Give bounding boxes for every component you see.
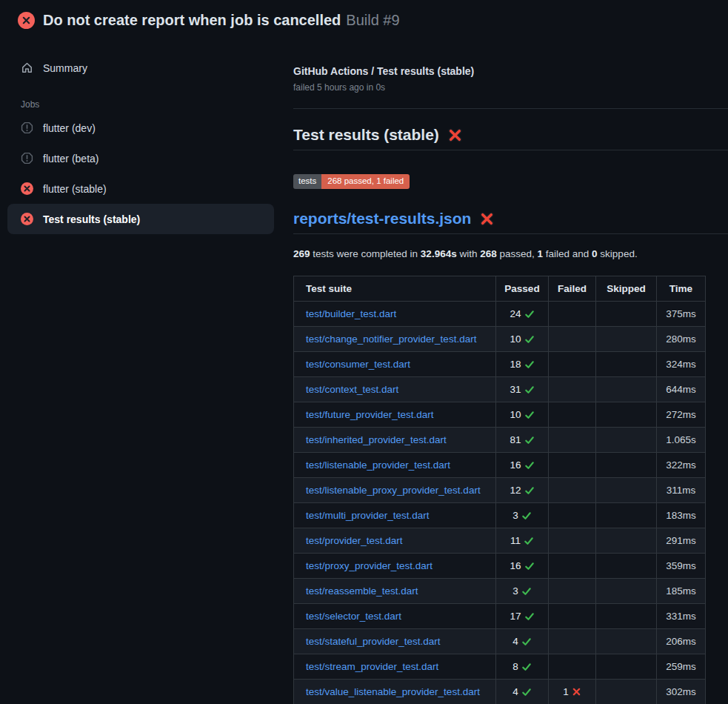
column-header-skipped: Skipped <box>596 276 657 302</box>
check-mark-icon <box>521 586 532 597</box>
time-value: 1.065s <box>666 434 696 445</box>
time-value: 375ms <box>666 308 696 319</box>
test-suite-link[interactable]: test/builder_test.dart <box>306 308 396 319</box>
test-suite-link[interactable]: test/change_notifier_provider_test.dart <box>306 333 476 345</box>
test-suite-link[interactable]: test/selector_test.dart <box>306 611 401 622</box>
badge-label: tests <box>293 174 321 189</box>
main-content: GitHub Actions / Test results (stable) f… <box>293 65 728 704</box>
sidebar-item-flutter-dev[interactable]: flutter (dev) <box>7 113 274 143</box>
test-suite-link[interactable]: test/future_provider_test.dart <box>306 409 434 420</box>
passed-count: 18 <box>510 359 521 370</box>
check-mark-icon <box>521 637 532 647</box>
check-mark-icon <box>524 611 535 622</box>
column-header-test-suite: Test suite <box>294 276 496 302</box>
table-row: test/provider_test.dart 11 291ms <box>294 528 706 554</box>
check-mark-icon <box>524 385 535 395</box>
test-suite-link[interactable]: test/proxy_provider_test.dart <box>306 560 433 571</box>
test-suite-link[interactable]: test/reassemble_test.dart <box>306 585 418 597</box>
table-row: test/stream_provider_test.dart 8 259ms <box>294 654 706 680</box>
test-suite-link[interactable]: test/stream_provider_test.dart <box>306 661 438 672</box>
passed-count: 4 <box>512 686 518 697</box>
test-suite-link[interactable]: test/context_test.dart <box>306 384 398 395</box>
title-bar: Do not create report when job is cancell… <box>0 0 728 29</box>
passed-count: 17 <box>510 611 521 622</box>
table-row: test/multi_provider_test.dart 3 183ms <box>294 503 706 528</box>
time-value: 272ms <box>666 409 696 420</box>
sidebar-jobs-label: Jobs <box>0 90 281 113</box>
report-file-link[interactable]: reports/test-results.json <box>293 208 471 229</box>
report-file-heading[interactable]: reports/test-results.json <box>293 208 728 234</box>
sidebar-item-summary[interactable]: Summary <box>7 54 274 82</box>
cross-mark-icon <box>479 211 495 227</box>
table-header: Test suitePassedFailedSkippedTime <box>294 276 706 302</box>
time-value: 331ms <box>666 611 696 622</box>
test-suite-link[interactable]: test/inherited_provider_test.dart <box>306 434 447 445</box>
time-value: 206ms <box>666 636 696 647</box>
table-row: test/future_provider_test.dart 10 272ms <box>294 402 706 428</box>
check-mark-icon <box>524 334 535 345</box>
sidebar-job-label: Test results (stable) <box>43 213 140 225</box>
sidebar-job-label: flutter (stable) <box>43 183 107 195</box>
passed-count: 12 <box>510 485 521 496</box>
sidebar: Summary Jobs flutter (dev) flutter (beta… <box>0 54 281 234</box>
section-heading: Test results (stable) <box>293 124 728 150</box>
time-value: 291ms <box>666 535 696 546</box>
table-row: test/listenable_proxy_provider_test.dart… <box>294 478 706 503</box>
passed-count: 8 <box>512 661 518 672</box>
failed-circle-icon <box>21 213 33 225</box>
time-value: 322ms <box>666 459 696 471</box>
failed-count: 1 <box>563 686 569 697</box>
test-suite-link[interactable]: test/stateful_provider_test.dart <box>306 636 441 647</box>
table-row: test/consumer_test.dart 18 324ms <box>294 352 706 377</box>
summary-sentence: 269 tests were completed in 32.964s with… <box>293 247 728 262</box>
time-value: 311ms <box>667 485 696 496</box>
failed-circle-icon <box>21 182 33 195</box>
cancelled-octagon-icon <box>21 122 33 134</box>
table-row: test/reassemble_test.dart 3 185ms <box>294 579 706 604</box>
time-value: 259ms <box>666 661 696 672</box>
check-mark-icon <box>521 511 532 521</box>
check-mark-icon <box>524 435 535 445</box>
table-row: test/context_test.dart 31 644ms <box>294 377 706 402</box>
test-suite-link[interactable]: test/provider_test.dart <box>306 535 403 546</box>
test-suite-link[interactable]: test/multi_provider_test.dart <box>306 510 430 521</box>
passed-count: 3 <box>512 510 518 521</box>
sidebar-job-label: flutter (beta) <box>43 153 98 165</box>
passed-count: 3 <box>512 585 518 597</box>
test-results-table: Test suitePassedFailedSkippedTime test/b… <box>293 276 706 704</box>
check-mark-icon <box>524 410 535 420</box>
check-run-meta: failed 5 hours ago in 0s <box>293 82 728 93</box>
test-suite-link[interactable]: test/listenable_proxy_provider_test.dart <box>306 485 481 496</box>
passed-count: 4 <box>512 636 518 647</box>
table-row: test/selector_test.dart 17 331ms <box>294 604 706 629</box>
time-value: 324ms <box>666 359 696 370</box>
sidebar-item-flutter-stable[interactable]: flutter (stable) <box>7 173 274 204</box>
check-mark-icon <box>524 460 535 471</box>
test-suite-link[interactable]: test/consumer_test.dart <box>306 359 410 370</box>
passed-count: 16 <box>510 459 521 471</box>
time-value: 183ms <box>666 510 696 521</box>
check-mark-icon <box>524 536 534 546</box>
check-mark-icon <box>521 687 532 697</box>
sidebar-item-test-results-stable[interactable]: Test results (stable) <box>7 204 274 234</box>
passed-count: 11 <box>510 535 521 546</box>
test-suite-link[interactable]: test/value_listenable_provider_test.dart <box>306 686 480 697</box>
table-row: test/stateful_provider_test.dart 4 206ms <box>294 629 706 654</box>
table-row: test/builder_test.dart 24 375ms <box>294 302 706 327</box>
sidebar-summary-label: Summary <box>43 62 87 74</box>
failed-circle-icon <box>18 12 35 29</box>
passed-count: 24 <box>510 308 521 319</box>
table-row: test/inherited_provider_test.dart 81 1.0… <box>294 428 706 453</box>
cross-mark-icon <box>572 687 581 697</box>
column-header-passed: Passed <box>496 276 549 302</box>
check-mark-icon <box>524 485 535 496</box>
section-heading-text: Test results (stable) <box>293 124 439 145</box>
time-value: 644ms <box>666 384 696 395</box>
test-suite-link[interactable]: test/listenable_provider_test.dart <box>306 459 450 471</box>
cross-mark-icon <box>447 127 463 143</box>
home-icon <box>21 62 33 74</box>
passed-count: 81 <box>510 434 521 445</box>
passed-count: 10 <box>510 333 521 345</box>
check-mark-icon <box>524 309 535 319</box>
sidebar-item-flutter-beta[interactable]: flutter (beta) <box>7 143 274 173</box>
